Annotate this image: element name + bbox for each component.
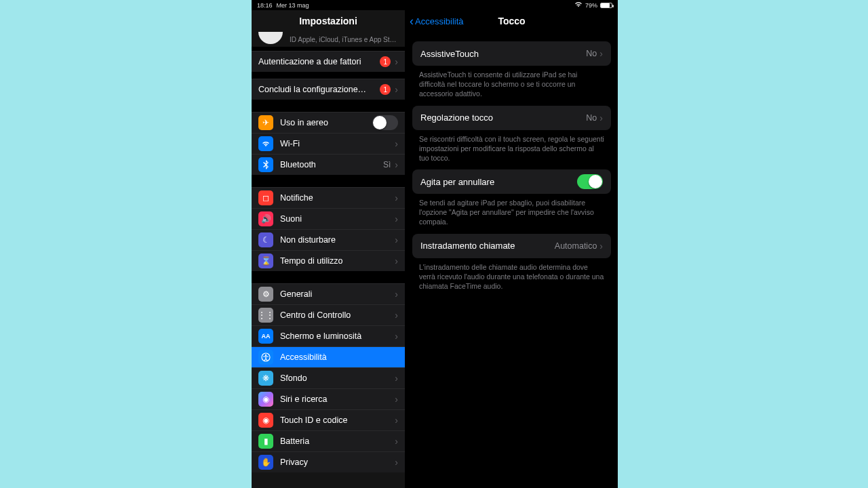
row-wifi-label: Wi-Fi (280, 139, 387, 148)
chevron-right-icon: › (395, 56, 398, 67)
chevron-left-icon: ‹ (410, 15, 414, 27)
control-center-icon: ⋮⋮ (258, 308, 273, 323)
row-touch-accommodations[interactable]: Regolazione tocco No › (412, 106, 611, 130)
row-display[interactable]: AA Schermo e luminosità › (252, 325, 405, 346)
apple-id-subtitle: ID Apple, iCloud, iTunes e App St… (290, 36, 397, 43)
row-privacy[interactable]: ✋ Privacy › (252, 451, 405, 472)
status-bar: 18:16 Mer 13 mag 79% (252, 0, 618, 10)
sidebar-title-label: Impostazioni (299, 16, 357, 26)
row-sounds-label: Suoni (280, 214, 391, 224)
row-call-routing-label: Instradamento chiamate (420, 241, 555, 251)
row-notifications[interactable]: ◻ Notifiche › (252, 187, 405, 208)
privacy-icon: ✋ (258, 455, 273, 470)
ipad-settings-window: 18:16 Mer 13 mag 79% Impostazioni ID App… (252, 0, 618, 488)
sidebar-title: Impostazioni (252, 10, 405, 32)
gear-icon: ⚙ (258, 287, 273, 302)
moon-icon: ☾ (258, 232, 273, 247)
chevron-right-icon: › (395, 310, 398, 321)
chevron-right-icon: › (395, 192, 398, 203)
row-accessibility-label: Accessibilità (280, 352, 398, 362)
row-touch-accommodations-label: Regolazione tocco (420, 113, 586, 123)
row-general[interactable]: ⚙ Generali › (252, 283, 405, 304)
row-wifi[interactable]: Wi-Fi › (252, 133, 405, 154)
wallpaper-icon: ❋ (258, 371, 273, 386)
row-screentime[interactable]: ⌛ Tempo di utilizzo › (252, 250, 405, 271)
touch-accommodations-footer: Se riscontri difficoltà con il touch scr… (406, 130, 618, 170)
svg-point-1 (265, 354, 267, 356)
chevron-right-icon: › (395, 289, 398, 300)
wifi-icon (574, 1, 583, 9)
row-dnd-label: Non disturbare (280, 235, 391, 245)
airplane-icon: ✈ (258, 115, 273, 130)
call-routing-footer: L'instradamento delle chiamate audio det… (406, 258, 618, 298)
badge-icon: 1 (380, 56, 391, 67)
shake-to-undo-switch[interactable] (577, 174, 603, 189)
row-siri[interactable]: ◉ Siri e ricerca › (252, 388, 405, 409)
row-shake-to-undo[interactable]: Agita per annullare (412, 169, 611, 194)
apple-id-row[interactable]: ID Apple, iCloud, iTunes e App St… (252, 32, 405, 47)
shake-to-undo-footer: Se tendi ad agitare iPad per sbaglio, pu… (406, 194, 618, 234)
sounds-icon: 🔊 (258, 211, 273, 226)
chevron-right-icon: › (395, 138, 398, 149)
back-button[interactable]: ‹ Accessibilità (410, 15, 464, 27)
row-siri-label: Siri e ricerca (280, 394, 391, 404)
row-assistive-touch-label: AssistiveTouch (420, 49, 586, 59)
row-finish-setup[interactable]: Concludi la configurazione… 1 › (252, 79, 405, 100)
status-time: 18:16 (257, 2, 273, 9)
chevron-right-icon: › (395, 331, 398, 342)
airplane-switch[interactable] (372, 115, 398, 130)
row-two-factor[interactable]: Autenticazione a due fattori 1 › (252, 51, 405, 72)
chevron-right-icon: › (395, 256, 398, 266)
row-touchid[interactable]: ◉ Touch ID e codice › (252, 409, 405, 430)
chevron-right-icon: › (395, 159, 398, 170)
row-bluetooth-value: Sì (383, 160, 391, 169)
chevron-right-icon: › (395, 415, 398, 426)
row-call-routing-value: Automatico (555, 241, 597, 251)
row-call-routing[interactable]: Instradamento chiamate Automatico › (412, 234, 611, 258)
row-airplane[interactable]: ✈ Uso in aereo (252, 112, 405, 133)
wifi-icon (258, 136, 273, 151)
siri-icon: ◉ (258, 392, 273, 407)
detail-navbar: ‹ Accessibilità Tocco (406, 10, 618, 32)
row-assistive-touch-value: No (586, 49, 597, 58)
row-touch-accommodations-value: No (586, 113, 597, 123)
row-finish-setup-label: Concludi la configurazione… (258, 85, 376, 94)
row-bluetooth[interactable]: Bluetooth Sì › (252, 154, 405, 175)
detail-title: Tocco (498, 16, 525, 26)
back-label: Accessibilità (415, 16, 464, 26)
chevron-right-icon: › (599, 241, 603, 251)
row-control-center-label: Centro di Controllo (280, 310, 391, 320)
row-shake-to-undo-label: Agita per annullare (420, 177, 577, 187)
row-display-label: Schermo e luminosità (280, 331, 391, 341)
chevron-right-icon: › (395, 84, 398, 95)
row-screentime-label: Tempo di utilizzo (280, 256, 391, 266)
badge-icon: 1 (380, 84, 391, 95)
notifications-icon: ◻ (258, 190, 273, 205)
row-privacy-label: Privacy (280, 458, 391, 467)
chevron-right-icon: › (395, 214, 398, 224)
row-wallpaper[interactable]: ❋ Sfondo › (252, 367, 405, 388)
row-dnd[interactable]: ☾ Non disturbare › (252, 229, 405, 250)
row-battery[interactable]: ▮ Batteria › (252, 430, 405, 451)
bluetooth-icon (258, 157, 273, 172)
row-wallpaper-label: Sfondo (280, 373, 391, 383)
row-sounds[interactable]: 🔊 Suoni › (252, 208, 405, 229)
row-touchid-label: Touch ID e codice (280, 415, 391, 425)
row-accessibility[interactable]: Accessibilità (252, 346, 405, 367)
hourglass-icon: ⌛ (258, 253, 273, 268)
chevron-right-icon: › (395, 235, 398, 245)
settings-sidebar: Impostazioni ID Apple, iCloud, iTunes e … (252, 10, 406, 488)
row-battery-label: Batteria (280, 436, 391, 446)
battery-icon: ▮ (258, 434, 273, 449)
detail-pane: ‹ Accessibilità Tocco AssistiveTouch No … (406, 10, 618, 488)
row-assistive-touch[interactable]: AssistiveTouch No › (412, 41, 611, 66)
row-notifications-label: Notifiche (280, 193, 391, 203)
chevron-right-icon: › (395, 373, 398, 384)
row-general-label: Generali (280, 289, 391, 299)
row-two-factor-label: Autenticazione a due fattori (258, 57, 376, 66)
chevron-right-icon: › (599, 48, 603, 59)
status-date: Mer 13 mag (277, 2, 309, 9)
row-control-center[interactable]: ⋮⋮ Centro di Controllo › (252, 304, 405, 325)
chevron-right-icon: › (599, 113, 603, 123)
status-battery: 79% (585, 2, 597, 9)
